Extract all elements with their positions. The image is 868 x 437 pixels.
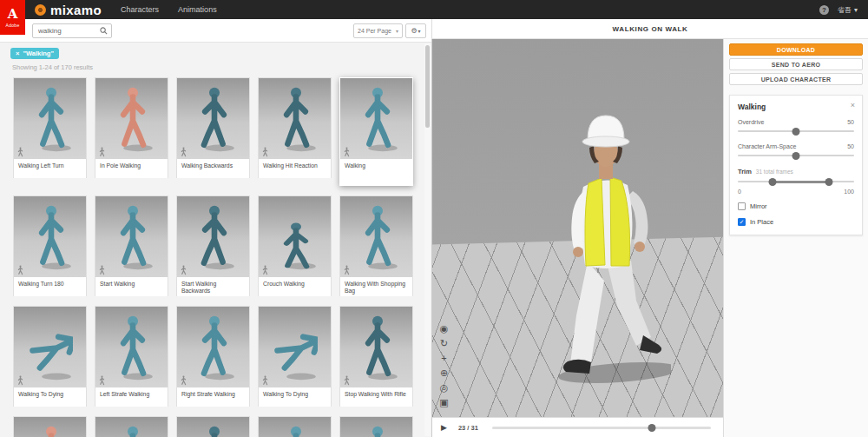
send-to-aero-button[interactable]: SEND TO AERO bbox=[729, 58, 863, 70]
animation-card-label: Walking To Dying bbox=[259, 387, 331, 407]
upload-character-button[interactable]: UPLOAD CHARACTER bbox=[729, 73, 863, 85]
animation-card[interactable]: Walking bbox=[339, 77, 413, 186]
adobe-a-icon: A bbox=[8, 8, 18, 21]
animation-thumbnail bbox=[177, 196, 249, 277]
filter-tag-label: "Walking" bbox=[23, 50, 54, 57]
animation-card[interactable]: Left Strafe Walking bbox=[95, 306, 168, 407]
help-icon[interactable]: ? bbox=[819, 5, 829, 15]
animation-card-label: Right Strafe Walking bbox=[177, 387, 249, 407]
current-animation-title: WALKING ON WALK bbox=[431, 19, 868, 39]
close-icon[interactable]: × bbox=[851, 101, 855, 109]
frame-counter: 23 / 31 bbox=[458, 424, 478, 432]
animation-card-label: Crouch Walking bbox=[259, 277, 331, 296]
mirror-label: Mirror bbox=[750, 202, 767, 210]
search-icon[interactable] bbox=[100, 27, 108, 35]
trim-start-handle[interactable] bbox=[769, 178, 777, 186]
animation-card[interactable]: Crouch Walking bbox=[258, 195, 332, 296]
animation-card[interactable]: Walking To Dying bbox=[13, 306, 87, 407]
trim-slider[interactable] bbox=[738, 178, 854, 186]
scrollbar-thumb[interactable] bbox=[425, 45, 430, 128]
mannequin-figure bbox=[111, 312, 155, 385]
animation-card-label: Walking To Dying bbox=[14, 387, 86, 407]
in-place-option[interactable]: ✓ In Place bbox=[738, 218, 854, 226]
trim-range-fill bbox=[773, 181, 828, 183]
animation-type-icon bbox=[180, 375, 187, 386]
play-button[interactable]: ▶ bbox=[441, 423, 447, 432]
animation-type-icon bbox=[98, 265, 106, 275]
overdrive-handle[interactable] bbox=[792, 128, 800, 136]
mannequin-figure bbox=[193, 202, 236, 275]
playback-bar: ▶ 23 / 31 bbox=[431, 417, 723, 437]
animation-thumbnail bbox=[177, 307, 249, 387]
animation-card[interactable]: Walking Backwards bbox=[176, 77, 250, 178]
search-box[interactable] bbox=[32, 23, 112, 38]
animation-card[interactable] bbox=[13, 416, 87, 437]
animation-card[interactable]: Start Walking bbox=[95, 195, 168, 296]
animation-card[interactable]: Start Walking Backwards bbox=[176, 195, 250, 296]
animation-type-icon bbox=[16, 265, 24, 275]
results-scrollbar[interactable] bbox=[424, 43, 431, 436]
filter-tag-walking[interactable]: × "Walking" bbox=[10, 48, 59, 59]
trim-end-handle[interactable] bbox=[825, 178, 832, 186]
animation-type-icon bbox=[343, 147, 351, 157]
animation-type-icon bbox=[180, 147, 187, 157]
adobe-wordmark: Adobe bbox=[6, 23, 20, 28]
mannequin-figure bbox=[356, 83, 399, 156]
animation-type-icon bbox=[16, 147, 24, 157]
animation-card-label: Left Strafe Walking bbox=[95, 387, 168, 407]
mirror-checkbox[interactable]: ✓ bbox=[738, 202, 746, 210]
camera-icon[interactable]: ▣ bbox=[438, 397, 450, 408]
zoom-icon[interactable]: ⊕ bbox=[438, 367, 450, 379]
adobe-logo[interactable]: A Adobe bbox=[0, 0, 25, 35]
animation-card[interactable]: Walking To Dying bbox=[258, 306, 332, 407]
nav-item-characters[interactable]: Characters bbox=[121, 5, 159, 14]
brand-name: mixamo bbox=[50, 3, 102, 17]
animation-card[interactable]: In Pole Walking bbox=[95, 77, 168, 178]
in-place-checkbox[interactable]: ✓ bbox=[738, 218, 746, 226]
animation-card[interactable] bbox=[176, 416, 250, 437]
mixamo-logo[interactable]: mixamo bbox=[35, 3, 102, 17]
timeline-handle[interactable] bbox=[648, 424, 655, 432]
mannequin-figure bbox=[30, 422, 73, 437]
arm-space-handle[interactable] bbox=[792, 152, 800, 160]
arm-space-value: 50 bbox=[847, 143, 854, 149]
animation-card[interactable]: Walking Turn 180 bbox=[13, 195, 87, 296]
overdrive-slider[interactable] bbox=[738, 128, 854, 136]
animation-thumbnail bbox=[259, 417, 331, 437]
timeline-track[interactable] bbox=[492, 427, 711, 429]
animation-card[interactable]: Walking With Shopping Bag bbox=[339, 195, 413, 296]
mixamo-logo-icon bbox=[35, 4, 46, 16]
overdrive-value: 50 bbox=[847, 119, 854, 125]
user-menu[interactable]: 省吾 ▾ bbox=[838, 5, 858, 15]
arm-space-slider[interactable] bbox=[738, 152, 854, 160]
orbit-icon[interactable]: ◉ bbox=[438, 323, 450, 334]
animation-thumbnail bbox=[14, 78, 86, 159]
animation-card[interactable]: Walking Hit Reaction bbox=[258, 77, 332, 178]
mannequin-figure bbox=[274, 422, 318, 437]
3d-viewport[interactable]: ◉↻+⊕◎▣ bbox=[431, 39, 723, 417]
mannequin-figure bbox=[274, 83, 318, 156]
search-input[interactable] bbox=[38, 27, 100, 35]
animation-card[interactable]: Stop Walking With Rifle bbox=[339, 306, 413, 407]
rotate-icon[interactable]: ↻ bbox=[438, 338, 450, 349]
per-page-select[interactable]: 24 Per Page ▾ bbox=[353, 23, 403, 38]
mirror-option[interactable]: ✓ Mirror bbox=[738, 202, 854, 210]
animation-card[interactable] bbox=[258, 416, 332, 437]
download-button[interactable]: DOWNLOAD bbox=[729, 43, 863, 56]
animation-card[interactable] bbox=[339, 416, 413, 437]
nav-item-animations[interactable]: Animations bbox=[178, 5, 217, 14]
pan-icon[interactable]: + bbox=[438, 353, 450, 364]
top-navbar: mixamo Characters Animations ? 省吾 ▾ bbox=[0, 0, 868, 19]
close-icon[interactable]: × bbox=[16, 50, 19, 57]
character-model[interactable] bbox=[515, 84, 671, 390]
right-sidebar: DOWNLOAD SEND TO AERO UPLOAD CHARACTER W… bbox=[723, 39, 868, 437]
animation-card[interactable] bbox=[95, 416, 168, 437]
animation-card[interactable]: Right Strafe Walking bbox=[176, 306, 250, 407]
settings-button[interactable]: ⚙ ▾ bbox=[405, 23, 426, 38]
panel-title: Walking bbox=[738, 103, 854, 111]
timeline-slider[interactable] bbox=[492, 424, 711, 432]
animation-type-icon bbox=[343, 375, 351, 386]
center-icon[interactable]: ◎ bbox=[438, 382, 450, 394]
animation-card[interactable]: Walking Left Turn bbox=[13, 77, 87, 178]
mannequin-figure bbox=[274, 202, 318, 275]
